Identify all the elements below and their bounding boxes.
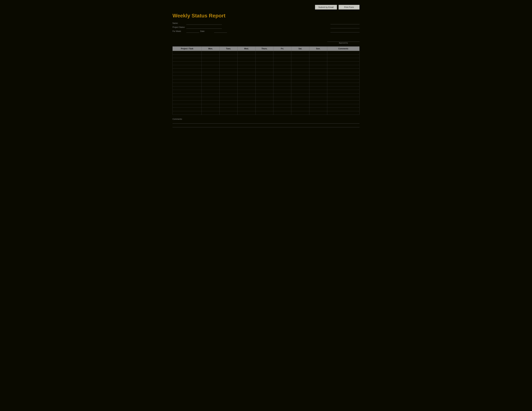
input-project[interactable] — [173, 84, 201, 86]
input-hours[interactable] — [310, 66, 326, 68]
input-comments[interactable] — [328, 52, 359, 54]
input-hours[interactable] — [310, 69, 326, 71]
input-hours[interactable] — [238, 52, 255, 54]
input-hours[interactable] — [238, 87, 255, 89]
input-hours[interactable] — [292, 73, 308, 75]
input-hours[interactable] — [292, 80, 308, 82]
input-hours[interactable] — [220, 55, 237, 57]
input-project[interactable] — [173, 91, 201, 93]
input-comments[interactable] — [328, 101, 359, 103]
input-hours[interactable] — [238, 94, 255, 96]
input-comments[interactable] — [328, 105, 359, 107]
input-hours[interactable] — [238, 91, 255, 93]
input-hours[interactable] — [292, 94, 308, 96]
input-hours[interactable] — [310, 59, 326, 61]
input-hours[interactable] — [238, 101, 255, 103]
input-hours[interactable] — [220, 84, 237, 86]
input-hours[interactable] — [238, 62, 255, 64]
input-hours[interactable] — [274, 87, 291, 89]
input-hours[interactable] — [274, 112, 291, 114]
input-hours[interactable] — [220, 62, 237, 64]
input-hours[interactable] — [292, 76, 308, 78]
input-hours[interactable] — [274, 91, 291, 93]
input-hours[interactable] — [256, 73, 273, 75]
input-hours[interactable] — [256, 94, 273, 96]
input-hours[interactable] — [202, 87, 219, 89]
input-hours[interactable] — [292, 101, 308, 103]
input-hours[interactable] — [292, 69, 308, 71]
input-hours[interactable] — [220, 87, 237, 89]
input-comments[interactable] — [328, 55, 359, 57]
input-hours[interactable] — [202, 94, 219, 96]
footer-comments-input[interactable] — [172, 121, 360, 124]
input-hours[interactable] — [202, 73, 219, 75]
input-hours[interactable] — [202, 66, 219, 68]
input-hours[interactable] — [202, 91, 219, 93]
input-hours[interactable] — [238, 105, 255, 107]
input-hours[interactable] — [310, 105, 326, 107]
input-hours[interactable] — [292, 105, 308, 107]
input-comments[interactable] — [328, 80, 359, 82]
input-comments[interactable] — [328, 91, 359, 93]
input-hours[interactable] — [238, 69, 255, 71]
input-hours[interactable] — [310, 62, 326, 64]
input-hours[interactable] — [220, 76, 237, 78]
input-hours[interactable] — [202, 105, 219, 107]
input-comments[interactable] — [328, 94, 359, 96]
input-hours[interactable] — [274, 76, 291, 78]
input-hours[interactable] — [256, 52, 273, 54]
input-hours[interactable] — [238, 84, 255, 86]
input-project[interactable] — [173, 105, 201, 107]
input-hours[interactable] — [274, 98, 291, 100]
input-hours[interactable] — [274, 69, 291, 71]
input-project[interactable] — [173, 59, 201, 61]
input-project[interactable] — [173, 108, 201, 110]
input-hours[interactable] — [256, 66, 273, 68]
input-hours[interactable] — [220, 66, 237, 68]
input-hours[interactable] — [256, 87, 273, 89]
input-comments[interactable] — [328, 112, 359, 114]
input-hours[interactable] — [202, 84, 219, 86]
input-hours[interactable] — [274, 73, 291, 75]
input-hours[interactable] — [310, 87, 326, 89]
input-hours[interactable] — [238, 112, 255, 114]
input-hours[interactable] — [274, 84, 291, 86]
input-hours[interactable] — [256, 91, 273, 93]
input-comments[interactable] — [328, 73, 359, 75]
input-hours[interactable] — [310, 55, 326, 57]
input-project[interactable] — [173, 112, 201, 114]
input-hours[interactable] — [202, 62, 219, 64]
input-hours[interactable] — [292, 91, 308, 93]
input-hours[interactable] — [238, 80, 255, 82]
input-hours[interactable] — [292, 55, 308, 57]
input-comments[interactable] — [328, 59, 359, 61]
input-hours[interactable] — [256, 84, 273, 86]
input-hours[interactable] — [274, 59, 291, 61]
input-comments[interactable] — [328, 84, 359, 86]
input-hours[interactable] — [292, 84, 308, 86]
input-hours[interactable] — [220, 59, 237, 61]
for-week-input[interactable] — [186, 30, 199, 33]
input-hours[interactable] — [292, 66, 308, 68]
input-hours[interactable] — [292, 59, 308, 61]
input-project[interactable] — [173, 87, 201, 89]
input-hours[interactable] — [202, 101, 219, 103]
input-hours[interactable] — [256, 80, 273, 82]
footer-comments-input-2[interactable] — [172, 125, 360, 127]
input-hours[interactable] — [202, 55, 219, 57]
input-hours[interactable] — [256, 59, 273, 61]
input-hours[interactable] — [220, 94, 237, 96]
input-hours[interactable] — [220, 108, 237, 110]
input-hours[interactable] — [310, 73, 326, 75]
input-project[interactable] — [173, 76, 201, 78]
input-hours[interactable] — [292, 62, 308, 64]
input-hours[interactable] — [310, 112, 326, 114]
input-hours[interactable] — [256, 108, 273, 110]
input-project[interactable] — [173, 98, 201, 100]
input-hours[interactable] — [274, 62, 291, 64]
input-project[interactable] — [173, 66, 201, 68]
input-comments[interactable] — [328, 66, 359, 68]
input-hours[interactable] — [238, 55, 255, 57]
input-hours[interactable] — [220, 91, 237, 93]
input-project[interactable] — [173, 73, 201, 75]
